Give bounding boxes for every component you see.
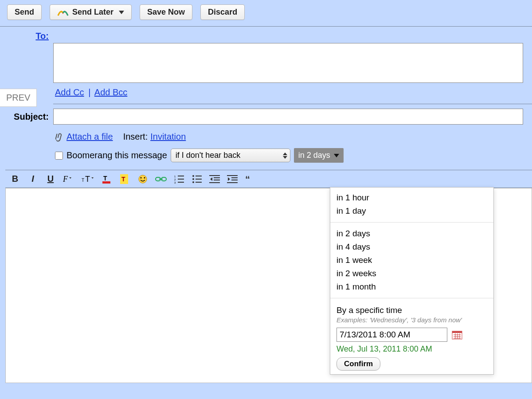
- cc-bcc-row: Add Cc | Add Bcc: [53, 83, 532, 104]
- add-cc-link[interactable]: Add Cc: [55, 87, 84, 97]
- discard-button[interactable]: Discard: [200, 4, 245, 20]
- boomerang-icon: [57, 8, 69, 16]
- invitation-link[interactable]: Invitation: [150, 132, 186, 142]
- prev-tab[interactable]: PREV: [0, 89, 37, 107]
- svg-point-8: [141, 177, 142, 178]
- subject-row: Subject:: [0, 104, 532, 129]
- highlight-button[interactable]: T: [120, 174, 130, 184]
- boomerang-label: Boomerang this message: [66, 150, 167, 160]
- link-button[interactable]: [155, 175, 167, 183]
- time-option[interactable]: in 2 days: [336, 227, 487, 240]
- svg-text:2: 2: [174, 178, 176, 181]
- specific-time-input[interactable]: [336, 328, 447, 342]
- divider: [330, 298, 493, 298]
- svg-point-9: [144, 177, 145, 178]
- to-link[interactable]: To:: [35, 31, 49, 41]
- svg-point-20: [192, 178, 194, 180]
- svg-text:F: F: [63, 175, 68, 184]
- bold-button[interactable]: B: [10, 174, 20, 184]
- svg-text:3: 3: [174, 181, 176, 184]
- svg-text:“: “: [245, 175, 250, 184]
- boomerang-row: Boomerang this message if I don't hear b…: [53, 146, 532, 167]
- time-dropdown: in 1 hour in 1 day in 2 days in 4 days i…: [330, 187, 494, 375]
- specific-time-examples: Examples: 'Wednesday', '3 days from now': [336, 315, 487, 328]
- svg-point-21: [192, 181, 194, 183]
- chevron-down-icon: [119, 11, 124, 14]
- time-option[interactable]: in 4 days: [336, 240, 487, 254]
- svg-point-19: [192, 175, 194, 177]
- font-size-button[interactable]: TT: [82, 175, 95, 184]
- to-section: To: PREV: [0, 27, 532, 83]
- svg-text:T: T: [103, 175, 107, 182]
- boomerang-condition-select[interactable]: if I don't hear back: [171, 149, 290, 162]
- italic-button[interactable]: I: [27, 174, 38, 184]
- divider: [330, 222, 493, 223]
- boomerang-time-button[interactable]: in 2 days: [294, 148, 344, 163]
- send-later-button[interactable]: Send Later: [50, 4, 132, 20]
- boomerang-condition-value: if I don't hear back: [176, 151, 241, 160]
- attach-file-link[interactable]: Attach a file: [66, 132, 113, 142]
- save-now-button[interactable]: Save Now: [140, 4, 192, 20]
- svg-text:T: T: [85, 175, 90, 184]
- format-toolbar: B I U F TT T T 123 “: [5, 170, 532, 188]
- send-button[interactable]: Send: [7, 4, 42, 20]
- text-color-button[interactable]: T: [102, 174, 113, 184]
- subject-label: Subject:: [0, 112, 53, 122]
- svg-point-7: [139, 175, 147, 183]
- emoji-button[interactable]: [137, 174, 148, 184]
- subject-input[interactable]: [53, 109, 523, 125]
- calendar-icon[interactable]: [452, 330, 462, 340]
- indent-button[interactable]: [227, 175, 238, 184]
- time-option[interactable]: in 1 month: [336, 280, 487, 293]
- svg-text:T: T: [121, 176, 125, 183]
- confirm-button[interactable]: Confirm: [336, 357, 380, 371]
- svg-text:T: T: [82, 178, 84, 183]
- bullet-list-button[interactable]: [192, 175, 202, 184]
- parsed-date-label: Wed, Jul 13, 2011 8:00 AM: [336, 342, 487, 357]
- time-option[interactable]: in 2 weeks: [336, 267, 487, 280]
- to-input[interactable]: [53, 43, 523, 83]
- time-group-2: in 2 days in 4 days in 1 week in 2 weeks…: [330, 223, 493, 297]
- boomerang-checkbox[interactable]: [55, 152, 63, 160]
- svg-rect-4: [102, 181, 110, 184]
- cc-separator: |: [88, 87, 90, 97]
- send-later-label: Send Later: [72, 8, 113, 17]
- outdent-button[interactable]: [209, 175, 220, 184]
- underline-button[interactable]: U: [45, 174, 56, 184]
- time-option[interactable]: in 1 week: [336, 254, 487, 267]
- boomerang-time-label: in 2 days: [298, 151, 330, 160]
- numbered-list-button[interactable]: 123: [174, 175, 184, 184]
- paperclip-icon: [53, 131, 65, 143]
- specific-time-title: By a specific time: [336, 303, 487, 315]
- add-bcc-link[interactable]: Add Bcc: [94, 87, 127, 97]
- to-label: To:: [0, 27, 53, 41]
- quote-button[interactable]: “: [245, 175, 255, 184]
- chevron-down-icon: [334, 154, 339, 157]
- specific-time-group: By a specific time Examples: 'Wednesday'…: [330, 299, 493, 374]
- attach-row: Attach a file Insert: Invitation: [53, 129, 532, 146]
- font-button[interactable]: F: [63, 175, 74, 184]
- select-stepper-icon: [283, 153, 287, 159]
- insert-label: Insert:: [123, 132, 148, 142]
- svg-text:1: 1: [174, 175, 176, 178]
- compose-toolbar: Send Send Later Save Now Discard: [0, 0, 532, 27]
- time-option[interactable]: in 1 day: [336, 204, 487, 218]
- time-option[interactable]: in 1 hour: [336, 191, 487, 204]
- time-group-1: in 1 hour in 1 day: [330, 188, 493, 221]
- svg-rect-35: [452, 331, 462, 333]
